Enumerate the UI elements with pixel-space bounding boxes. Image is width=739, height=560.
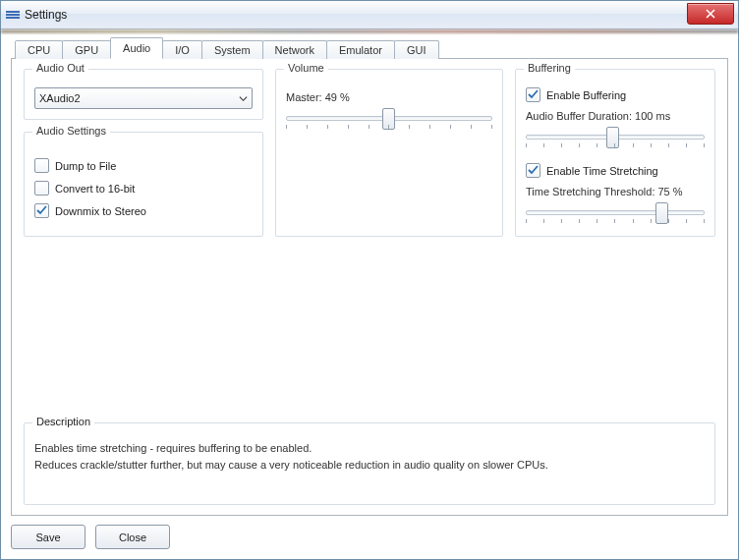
titlebar: Settings [1, 1, 738, 29]
audio-out-dropdown[interactable]: XAudio2 [34, 87, 253, 109]
audio-out-selected: XAudio2 [39, 92, 81, 104]
checkbox-label: Enable Buffering [546, 89, 626, 101]
description-line-2: Reduces crackle/stutter further, but may… [34, 458, 705, 473]
close-button[interactable]: Close [95, 525, 170, 549]
tab-audio[interactable]: Audio [110, 37, 163, 59]
group-title-description: Description [32, 416, 94, 427]
description-line-1: Enables time stretching - requires buffe… [34, 441, 705, 456]
group-buffering: Buffering Enable Buffering Audio Buffer … [515, 69, 715, 237]
chevron-down-icon [239, 94, 248, 103]
stretch-threshold-label: Time Stretching Threshold: 75 % [526, 186, 705, 197]
buffer-duration-label: Audio Buffer Duration: 100 ms [526, 110, 705, 122]
stretch-threshold-slider[interactable] [526, 203, 705, 225]
group-volume: Volume Master: 49 % [275, 69, 503, 237]
checkbox-box [34, 203, 49, 218]
window-close-button[interactable] [687, 3, 734, 25]
app-icon [5, 7, 21, 23]
checkbox-label: Dump to File [55, 160, 116, 172]
dialog-footer: Save Close [11, 525, 170, 549]
checkbox-label: Convert to 16-bit [55, 183, 135, 195]
group-title-volume: Volume [284, 62, 328, 74]
dialog-content: CPU GPU Audio I/O System Network Emulato… [11, 36, 728, 516]
group-audio-out: Audio Out XAudio2 [24, 69, 263, 120]
tab-emulator[interactable]: Emulator [326, 40, 395, 59]
tab-network[interactable]: Network [262, 40, 327, 59]
buffer-duration-slider[interactable] [526, 128, 705, 149]
tab-gpu[interactable]: GPU [62, 40, 111, 59]
checkbox-convert-16bit[interactable]: Convert to 16-bit [34, 181, 253, 196]
volume-master-label: Master: 49 % [286, 91, 492, 103]
tab-io[interactable]: I/O [162, 40, 202, 59]
background-strip [1, 29, 738, 33]
checkbox-enable-time-stretching[interactable]: Enable Time Stretching [526, 163, 705, 178]
group-title-audio-settings: Audio Settings [32, 125, 110, 137]
svg-rect-1 [6, 14, 20, 16]
group-description: Description Enables time stretching - re… [24, 422, 715, 505]
tab-bar: CPU GPU Audio I/O System Network Emulato… [15, 36, 728, 58]
checkbox-label: Downmix to Stereo [55, 205, 146, 217]
volume-master-slider[interactable] [286, 109, 492, 131]
checkbox-box [34, 181, 49, 196]
slider-ticks [526, 143, 705, 149]
tab-body-audio: Audio Out XAudio2 Audio Settings Dump to… [11, 58, 728, 516]
window-title: Settings [25, 8, 67, 22]
tab-gui[interactable]: GUI [394, 40, 439, 59]
group-title-audio-out: Audio Out [32, 62, 88, 74]
slider-ticks [286, 125, 492, 131]
tab-system[interactable]: System [201, 40, 263, 59]
checkbox-label: Enable Time Stretching [546, 165, 658, 177]
close-icon [706, 9, 715, 19]
svg-rect-2 [6, 17, 20, 19]
settings-window: Settings CPU GPU Audio I/O System Networ… [0, 0, 739, 560]
group-audio-settings: Audio Settings Dump to File Convert to 1… [24, 132, 263, 237]
tab-cpu[interactable]: CPU [15, 40, 63, 59]
checkbox-enable-buffering[interactable]: Enable Buffering [526, 87, 705, 102]
svg-rect-0 [6, 11, 20, 13]
slider-ticks [526, 219, 705, 225]
checkbox-box [34, 158, 49, 173]
checkbox-box [526, 87, 540, 102]
slider-track [526, 210, 705, 215]
checkbox-box [526, 163, 540, 178]
checkbox-downmix-stereo[interactable]: Downmix to Stereo [34, 203, 253, 218]
checkbox-dump-to-file[interactable]: Dump to File [34, 158, 253, 173]
save-button[interactable]: Save [11, 525, 85, 549]
group-title-buffering: Buffering [524, 62, 575, 74]
